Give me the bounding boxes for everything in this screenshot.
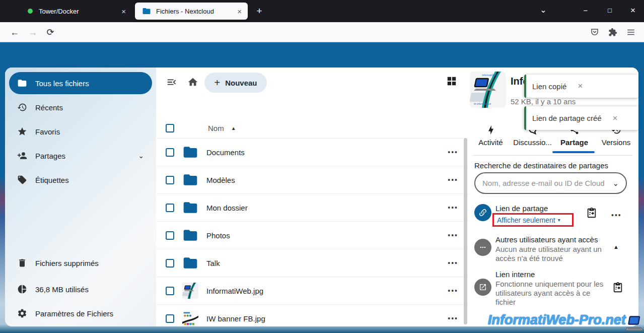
row-actions-icon[interactable]: ••• — [448, 176, 458, 184]
row-checkbox[interactable] — [166, 259, 174, 268]
collapse-sidebar-icon[interactable] — [166, 77, 177, 88]
window-minimize-button[interactable]: − — [574, 0, 597, 21]
sidebar-item-files-settings[interactable]: Paramètres de Fichiers — [9, 302, 152, 324]
nextcloud-header: A — [0, 42, 644, 68]
window-close-button[interactable]: × — [621, 0, 644, 21]
tab-activity[interactable]: Activité — [470, 124, 512, 154]
file-name[interactable]: InformatiWeb.jpg — [206, 287, 263, 295]
share-link-actions-icon[interactable]: ••• — [611, 211, 622, 219]
sidebar-item-label: Tous les fichiers — [35, 79, 89, 88]
copy-internal-link-clipboard-icon[interactable] — [612, 282, 623, 293]
row-actions-icon[interactable]: ••• — [448, 231, 458, 239]
file-preview-thumbnail: InformatiWeble informatique — [470, 72, 506, 108]
caret-down-icon: ▾ — [558, 217, 560, 223]
file-row[interactable]: IW banner FB.jpg ••• — [156, 304, 468, 326]
collapse-chevron-up-icon[interactable]: ▲ — [613, 244, 619, 250]
sidebar-item-tags[interactable]: Étiquettes — [9, 169, 152, 191]
others-access-title: Autres utilisateurs ayant accès — [495, 235, 598, 244]
plus-icon: + — [214, 77, 220, 89]
tab-title: Tower/Docker — [39, 8, 79, 15]
file-list-scrollbar[interactable] — [464, 138, 467, 324]
browser-tab-tower-docker[interactable]: Tower/Docker × — [13, 3, 132, 19]
new-button[interactable]: + Nouveau — [204, 73, 267, 93]
reload-button[interactable]: ⟳ — [43, 22, 58, 42]
window-maximize-button[interactable]: □ — [598, 0, 621, 21]
toast-close-icon[interactable]: × — [613, 113, 618, 123]
sort-ascending-icon[interactable]: ▲ — [231, 125, 236, 131]
trash-icon — [17, 258, 27, 268]
files-sidebar: Tous les fichiers Récents Favoris Partag… — [5, 68, 156, 326]
sidebar-item-favorites[interactable]: Favoris — [9, 120, 152, 143]
sidebar-item-deleted-files[interactable]: Fichiers supprimés — [9, 252, 152, 274]
file-row[interactable]: Mon dossier ••• — [156, 193, 468, 221]
panel-file-meta: 52 KB, il y a 10 ans — [511, 97, 576, 106]
file-row[interactable]: Photos ••• — [156, 221, 468, 249]
file-name[interactable]: Documents — [206, 148, 245, 157]
chevron-down-icon[interactable]: ⌄ — [612, 179, 619, 188]
row-checkbox[interactable] — [166, 314, 174, 323]
file-name[interactable]: Photos — [206, 231, 230, 240]
lightning-icon — [486, 125, 496, 135]
chevron-down-icon[interactable]: ⌄ — [138, 152, 144, 160]
sidebar-item-recent[interactable]: Récents — [9, 96, 152, 118]
row-checkbox[interactable] — [166, 176, 174, 184]
column-header-name[interactable]: Nom — [208, 124, 224, 132]
share-search-input[interactable] — [482, 179, 612, 187]
select-all-checkbox[interactable] — [166, 124, 174, 132]
row-checkbox[interactable] — [166, 287, 174, 295]
sidebar-item-label: 36,8 MB utilisés — [35, 285, 89, 294]
copy-link-clipboard-icon[interactable] — [586, 208, 597, 219]
home-breadcrumb-icon[interactable] — [187, 77, 198, 88]
row-checkbox[interactable] — [166, 231, 174, 240]
folder-icon — [182, 254, 199, 272]
file-row[interactable]: InformatiWeb.jpg ••• — [156, 277, 468, 304]
row-actions-icon[interactable]: ••• — [448, 287, 458, 295]
row-checkbox[interactable] — [166, 148, 174, 157]
row-actions-icon[interactable]: ••• — [448, 314, 458, 322]
row-actions-icon[interactable]: ••• — [448, 259, 458, 267]
toast-share-link-created: Lien de partage créé × — [524, 106, 638, 130]
tab-title: Fichiers - Nextcloud — [156, 8, 214, 15]
list-all-tabs-button[interactable]: ⌄ — [537, 4, 550, 17]
row-checkbox[interactable] — [166, 204, 174, 212]
tag-icon — [17, 175, 27, 185]
browser-tab-nextcloud[interactable]: Fichiers - Nextcloud × — [135, 3, 248, 20]
row-actions-icon[interactable]: ••• — [448, 148, 458, 156]
sidebar-item-shares[interactable]: Partages ⌄ — [9, 145, 152, 167]
file-row[interactable]: Talk ••• — [156, 249, 468, 277]
tab-close-icon[interactable]: × — [121, 7, 126, 16]
menu-hamburger-icon[interactable] — [623, 22, 638, 42]
file-name[interactable]: Talk — [206, 259, 220, 268]
folder-icon — [182, 199, 199, 216]
folder-icon — [17, 78, 27, 88]
back-button[interactable]: ← — [7, 22, 22, 42]
extensions-puzzle-icon[interactable] — [605, 22, 620, 42]
file-row[interactable]: Documents ••• — [156, 138, 468, 166]
svg-text:InformatiWeb: InformatiWeb — [482, 74, 497, 77]
share-link-title: Lien de partage — [495, 204, 548, 213]
file-name[interactable]: Mon dossier — [206, 204, 248, 212]
share-permission-link[interactable]: Afficher seulement — [497, 216, 555, 224]
toast-close-icon[interactable]: × — [578, 81, 583, 91]
file-name[interactable]: Modèles — [206, 176, 235, 184]
watermark-text: InformatiWeb-Pro.net — [468, 312, 644, 328]
folder-icon — [182, 171, 199, 188]
svg-text:le informatique: le informatique — [474, 102, 491, 105]
share-search-field[interactable]: ⌄ — [474, 172, 627, 194]
browser-nav-bar: ← → ⟳ https://10.0.0.10:4443/apps/files/… — [0, 22, 644, 42]
file-row[interactable]: Modèles ••• — [156, 166, 468, 193]
file-name[interactable]: IW banner FB.jpg — [206, 314, 265, 323]
forward-button[interactable]: → — [25, 22, 40, 42]
sidebar-item-all-files[interactable]: Tous les fichiers — [9, 72, 152, 94]
sidebar-item-label: Étiquettes — [35, 176, 69, 184]
pocket-icon[interactable] — [587, 22, 602, 42]
grid-view-toggle-icon[interactable] — [446, 76, 457, 87]
sidebar-item-quota[interactable]: 36,8 MB utilisés — [9, 278, 152, 300]
row-actions-icon[interactable]: ••• — [448, 204, 458, 212]
file-list-header: Nom ▲ — [156, 118, 468, 138]
external-arrow-icon — [479, 283, 487, 291]
toast-link-copied: Lien copié × — [524, 75, 638, 98]
new-tab-button[interactable]: + — [253, 5, 266, 18]
sidebar-item-label: Fichiers supprimés — [35, 259, 99, 268]
tab-close-icon[interactable]: × — [237, 7, 242, 16]
